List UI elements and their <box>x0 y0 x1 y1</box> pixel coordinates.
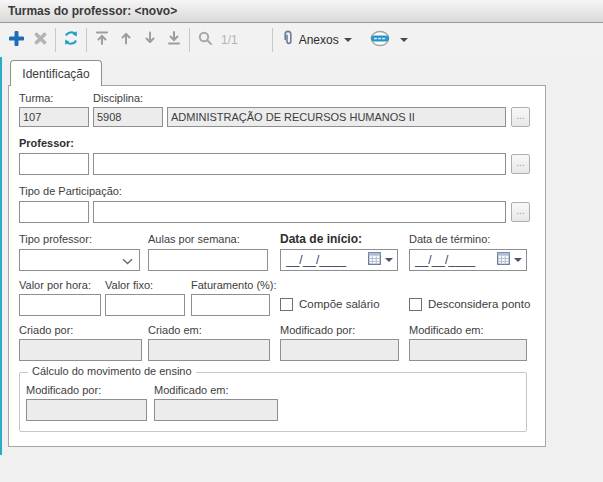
tipo-professor-label: Tipo professor: <box>19 233 92 245</box>
chevron-down-icon <box>122 251 133 269</box>
grupo-modificado-em-label: Modificado em: <box>154 384 229 396</box>
calculo-movimento-title: Cálculo do movimento de ensino <box>28 365 196 377</box>
chevron-down-icon <box>514 258 522 262</box>
calendar-icon <box>497 251 510 269</box>
professor-name-field[interactable] <box>93 153 506 175</box>
turma-field[interactable] <box>19 107 89 127</box>
anexos-label: Anexos <box>299 33 339 47</box>
toolbar: 1/1 Anexos <box>0 24 603 56</box>
calendar-icon <box>368 251 381 269</box>
toolbar-separator <box>86 28 87 52</box>
data-termino-label: Data de término: <box>409 233 490 245</box>
criado-por-field <box>19 339 142 361</box>
toolbar-separator <box>272 28 273 52</box>
tipo-participacao-lookup-button[interactable]: ... <box>511 202 530 222</box>
refresh-button[interactable] <box>59 27 83 53</box>
window-title-bar: Turmas do professor: <novo> <box>0 0 603 23</box>
data-inicio-label: Data de início: <box>280 232 362 246</box>
chevron-down-icon <box>344 38 352 42</box>
page-title: Turmas do professor: <novo> <box>8 4 177 18</box>
criado-em-field <box>148 339 270 361</box>
data-inicio-calendar-button[interactable] <box>368 251 397 269</box>
disciplina-lookup-button[interactable]: ... <box>511 107 530 127</box>
data-inicio-field[interactable]: __/__/____ <box>280 249 398 271</box>
faturamento-label: Faturamento (%): <box>191 279 277 291</box>
calculo-movimento-groupbox: Cálculo do movimento de ensino Modificad… <box>19 372 527 432</box>
tab-identificacao[interactable]: Identificação <box>10 60 102 86</box>
identificacao-panel: Turma: Disciplina: ... Professor: ... Ti… <box>8 85 546 447</box>
valor-por-hora-field[interactable] <box>19 294 101 316</box>
next-record-button[interactable] <box>138 27 162 53</box>
desconsidera-ponto-label: Desconsidera ponto <box>428 298 530 310</box>
delete-button[interactable] <box>28 27 52 53</box>
grupo-modificado-em-field <box>154 399 278 421</box>
turmas-do-professor-window: Turmas do professor: <novo> <box>0 0 603 482</box>
tipo-professor-select[interactable] <box>19 249 140 271</box>
desconsidera-ponto-checkbox[interactable] <box>409 298 422 311</box>
search-button[interactable] <box>193 27 217 53</box>
record-indicator: 1/1 <box>217 33 242 47</box>
professor-lookup-button[interactable]: ... <box>511 154 530 174</box>
tipo-participacao-name-field[interactable] <box>93 201 506 223</box>
compoe-salario-checkbox[interactable] <box>280 298 293 311</box>
disciplina-code-field[interactable] <box>93 107 163 127</box>
modificado-por-field <box>280 339 399 361</box>
disciplina-name-field[interactable] <box>167 107 506 127</box>
next-record-icon <box>142 30 158 50</box>
print-dropdown-button[interactable] <box>366 28 412 53</box>
toolbar-separator <box>189 28 190 52</box>
data-inicio-mask: __/__/____ <box>281 253 368 267</box>
aulas-por-semana-label: Aulas por semana: <box>148 233 240 245</box>
last-record-button[interactable] <box>162 27 186 53</box>
grupo-modificado-por-label: Modificado por: <box>26 384 101 396</box>
compoe-salario-label: Compõe salário <box>299 298 380 310</box>
valor-fixo-label: Valor fixo: <box>105 279 153 291</box>
anexos-dropdown-button[interactable]: Anexos <box>276 28 358 52</box>
grupo-modificado-por-field <box>26 399 147 421</box>
modificado-em-label: Modificado em: <box>409 324 484 336</box>
tipo-participacao-code-field[interactable] <box>19 201 89 223</box>
add-icon <box>9 31 24 50</box>
data-termino-calendar-button[interactable] <box>497 251 526 269</box>
turma-label: Turma: <box>19 92 53 104</box>
chevron-down-icon <box>400 38 408 42</box>
professor-code-field[interactable] <box>19 153 89 175</box>
disciplina-label: Disciplina: <box>93 92 143 104</box>
professor-label: Professor: <box>19 137 74 149</box>
modificado-em-field <box>409 339 527 361</box>
printer-icon <box>370 30 390 51</box>
aulas-por-semana-field[interactable] <box>148 249 268 271</box>
refresh-icon <box>63 30 79 50</box>
first-record-button[interactable] <box>90 27 114 53</box>
add-button[interactable] <box>4 27 28 53</box>
faturamento-field[interactable] <box>191 294 270 316</box>
toolbar-separator <box>55 28 56 52</box>
criado-em-label: Criado em: <box>148 324 202 336</box>
last-record-icon <box>166 30 182 50</box>
previous-record-icon <box>118 30 134 50</box>
tipo-participacao-label: Tipo de Participação: <box>19 185 122 197</box>
search-icon <box>198 31 213 50</box>
data-termino-mask: __/__/____ <box>410 253 497 267</box>
modificado-por-label: Modificado por: <box>280 324 355 336</box>
valor-fixo-field[interactable] <box>105 294 185 316</box>
accent-strip <box>0 57 2 455</box>
previous-record-button[interactable] <box>114 27 138 53</box>
delete-icon <box>34 31 47 49</box>
valor-por-hora-label: Valor por hora: <box>19 279 91 291</box>
paperclip-icon <box>282 30 294 50</box>
tab-label: Identificação <box>22 67 89 81</box>
chevron-down-icon <box>385 258 393 262</box>
data-termino-field[interactable]: __/__/____ <box>409 249 527 271</box>
first-record-icon <box>94 30 110 50</box>
criado-por-label: Criado por: <box>19 324 73 336</box>
